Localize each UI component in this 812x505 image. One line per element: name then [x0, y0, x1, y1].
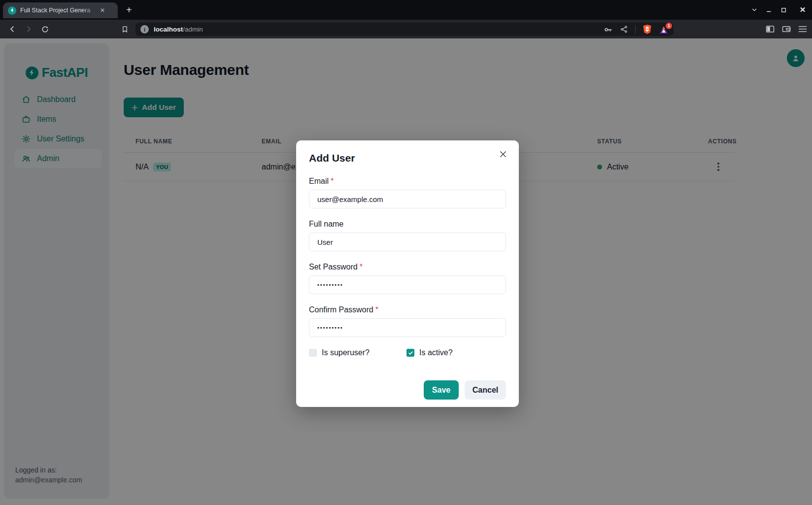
key-icon[interactable]: [604, 25, 613, 34]
full-name-field-group: Full name: [309, 220, 506, 251]
confirm-password-field-group: Confirm Password*: [309, 305, 506, 337]
browser-window: Full Stack Project Genera ✕ + ✕: [0, 0, 812, 505]
is-superuser-checkbox[interactable]: Is superuser?: [309, 348, 406, 357]
url-host: localhost: [154, 26, 183, 33]
brave-shield-icon[interactable]: [643, 24, 652, 34]
required-marker: *: [331, 177, 334, 185]
is-active-checkbox[interactable]: Is active?: [406, 348, 504, 357]
minimize-icon[interactable]: [766, 6, 780, 13]
tab-close-icon[interactable]: ✕: [100, 7, 105, 14]
confirm-password-label: Confirm Password: [309, 305, 373, 314]
set-password-field-group: Set Password*: [309, 263, 506, 294]
browser-toolbar: i localhost /admin 1: [0, 20, 812, 38]
window-close-icon[interactable]: ✕: [795, 5, 810, 14]
menu-icon[interactable]: [796, 20, 809, 38]
set-password-field[interactable]: [309, 275, 506, 294]
save-button[interactable]: Save: [424, 380, 459, 400]
checkbox-checked[interactable]: [406, 349, 414, 357]
add-user-modal: Add User Email* Full name Set Password* …: [296, 140, 519, 407]
back-icon[interactable]: [6, 20, 19, 38]
url-path: /admin: [183, 26, 203, 33]
bookmark-icon[interactable]: [119, 20, 131, 38]
check-icon: [408, 350, 413, 356]
browser-tab[interactable]: Full Stack Project Genera ✕: [3, 2, 118, 18]
email-field-group: Email*: [309, 177, 506, 208]
modal-title: Add User: [309, 152, 506, 164]
share-icon[interactable]: [620, 25, 628, 34]
chevron-down-icon[interactable]: [751, 6, 766, 13]
url-bar[interactable]: i localhost /admin 1: [135, 23, 674, 36]
confirm-password-field[interactable]: [309, 318, 506, 337]
maximize-icon[interactable]: [780, 7, 795, 13]
close-icon[interactable]: [496, 147, 510, 161]
checkbox-unchecked[interactable]: [309, 349, 317, 357]
required-marker: *: [360, 263, 363, 271]
wallet-icon[interactable]: [780, 20, 793, 38]
full-name-label: Full name: [309, 220, 343, 228]
full-name-field[interactable]: [309, 233, 506, 251]
new-tab-button[interactable]: +: [126, 4, 132, 16]
set-password-label: Set Password: [309, 263, 358, 271]
fastapi-bolt-icon: [8, 6, 16, 15]
title-bar: Full Stack Project Genera ✕ + ✕: [0, 0, 812, 20]
extension-badge: 1: [666, 23, 672, 29]
forward-icon[interactable]: [22, 20, 35, 38]
required-marker: *: [375, 305, 378, 314]
cancel-button[interactable]: Cancel: [465, 380, 506, 400]
email-field[interactable]: [309, 190, 506, 208]
tab-title: Full Stack Project Genera: [20, 7, 99, 14]
toolbar-divider: [635, 25, 636, 34]
extension-icon[interactable]: 1: [659, 25, 669, 34]
sidebar-toggle-icon[interactable]: [764, 20, 777, 38]
reload-icon[interactable]: [38, 20, 51, 38]
info-icon[interactable]: i: [140, 25, 149, 34]
email-label: Email: [309, 177, 329, 185]
